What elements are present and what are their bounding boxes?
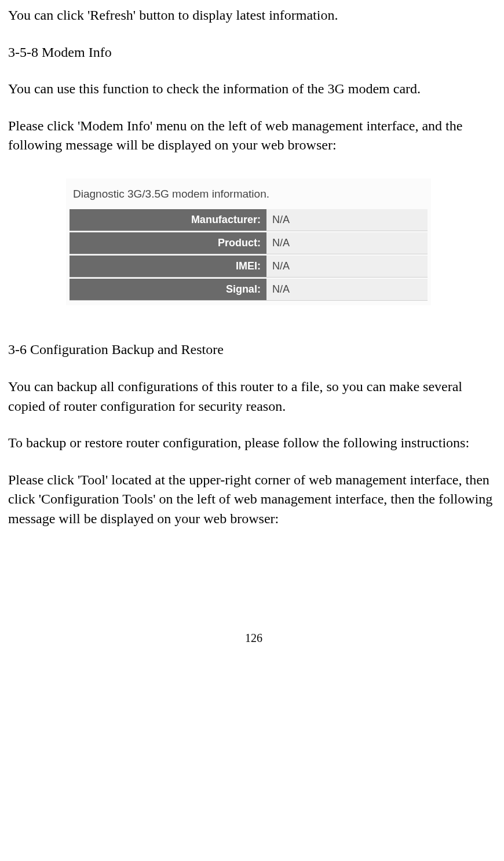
- page-number: 126: [8, 630, 499, 646]
- section-358-para2: Please click 'Modem Info' menu on the le…: [8, 116, 499, 155]
- section-358-heading: 3-5-8 Modem Info: [8, 43, 499, 63]
- section-36-heading: 3-6 Configuration Backup and Restore: [8, 340, 499, 360]
- modem-info-title: Diagnostic 3G/3.5G modem information.: [70, 182, 428, 208]
- value-signal: N/A: [266, 279, 428, 301]
- section-36-para2: To backup or restore router configuratio…: [8, 433, 499, 453]
- label-manufacturer: Manufacturer:: [70, 209, 266, 231]
- value-product: N/A: [266, 232, 428, 254]
- intro-paragraph: You can click 'Refresh' button to displa…: [8, 6, 499, 25]
- label-product: Product:: [70, 232, 266, 254]
- value-manufacturer: N/A: [266, 209, 428, 231]
- table-row: Signal: N/A: [70, 279, 428, 301]
- value-imei: N/A: [266, 256, 428, 278]
- label-imei: IMEI:: [70, 256, 266, 278]
- section-36-para3: Please click 'Tool' located at the upper…: [8, 470, 499, 529]
- section-36-para1: You can backup all configurations of thi…: [8, 377, 499, 416]
- section-358-para1: You can use this function to check the i…: [8, 79, 499, 99]
- table-row: Manufacturer: N/A: [70, 209, 428, 231]
- label-signal: Signal:: [70, 279, 266, 301]
- table-row: IMEI: N/A: [70, 256, 428, 278]
- table-row: Product: N/A: [70, 232, 428, 254]
- modem-info-screenshot: Diagnostic 3G/3.5G modem information. Ma…: [66, 178, 431, 305]
- modem-info-table: Manufacturer: N/A Product: N/A IMEI: N/A…: [70, 208, 428, 302]
